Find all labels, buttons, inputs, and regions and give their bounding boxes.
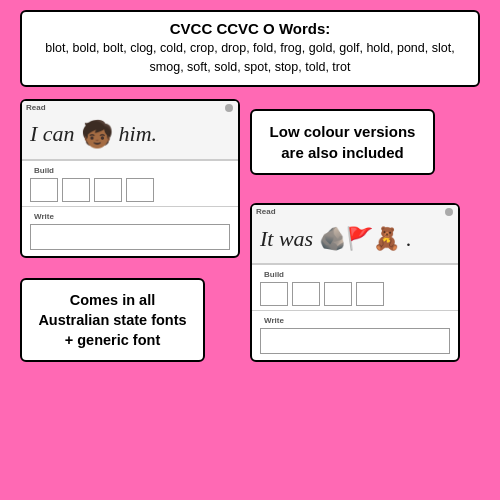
read-text-before-2: It was (260, 226, 313, 252)
build-box (94, 178, 122, 202)
title-text: CVCC CCVC O Words: (34, 20, 466, 37)
read-text-before-1: I can (30, 121, 75, 147)
fonts-box: Comes in all Australian state fonts + ge… (20, 278, 205, 363)
read-label-1: Read (22, 101, 238, 112)
words-text: blot, bold, bolt, clog, cold, crop, drop… (34, 39, 466, 77)
low-colour-text: Low colour versions are also included (270, 123, 416, 161)
fonts-text: Comes in all Australian state fonts + ge… (38, 292, 186, 349)
write-section-2: Write (252, 311, 458, 360)
read-section-2: Read It was 🪨🚩🧸 . (252, 205, 458, 265)
corner-dot-1 (225, 104, 233, 112)
read-section-1: Read I can 🧒🏾 him. (22, 101, 238, 161)
write-area-2 (260, 328, 450, 354)
build-section-1: Build (22, 161, 238, 207)
build-section-2: Build (252, 265, 458, 311)
write-label-2: Write (260, 314, 450, 325)
rocks-icon: 🪨🚩🧸 (319, 226, 400, 252)
write-section-1: Write (22, 207, 238, 256)
low-colour-box: Low colour versions are also included (250, 109, 435, 175)
write-area-1 (30, 224, 230, 250)
build-box (62, 178, 90, 202)
build-box (356, 282, 384, 306)
worksheet-card-1: Read I can 🧒🏾 him. Build (20, 99, 240, 258)
build-boxes-2 (260, 282, 450, 306)
panel-left: Read I can 🧒🏾 him. Build (20, 99, 240, 363)
write-label-1: Write (30, 210, 230, 221)
title-box: CVCC CCVC O Words: blot, bold, bolt, clo… (20, 10, 480, 87)
bear-icon: 🧒🏾 (81, 121, 113, 147)
build-box (30, 178, 58, 202)
read-text-after-1: him. (119, 121, 158, 147)
build-box (126, 178, 154, 202)
read-label-2: Read (252, 205, 458, 216)
build-label-1: Build (30, 164, 230, 175)
build-box (292, 282, 320, 306)
read-content-2: It was 🪨🚩🧸 . (252, 216, 458, 264)
build-box (324, 282, 352, 306)
read-content-1: I can 🧒🏾 him. (22, 112, 238, 160)
build-boxes-1 (30, 178, 230, 202)
read-text-after-2: . (406, 226, 412, 252)
page-container: CVCC CCVC O Words: blot, bold, bolt, clo… (0, 0, 500, 500)
main-layout: Read I can 🧒🏾 him. Build (20, 99, 480, 363)
build-label-2: Build (260, 268, 450, 279)
worksheet-card-2: Read It was 🪨🚩🧸 . Build (250, 203, 460, 362)
build-box (260, 282, 288, 306)
panel-right: Low colour versions are also included Re… (250, 99, 460, 363)
